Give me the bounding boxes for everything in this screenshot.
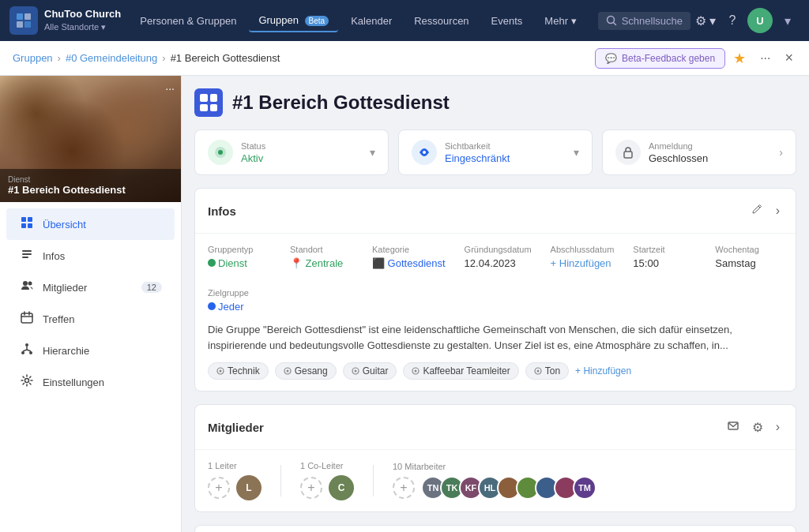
quick-search[interactable]: Schnellsuche	[598, 12, 690, 30]
mitglieder-title: Mitglieder	[208, 421, 724, 434]
svg-rect-11	[22, 257, 28, 258]
mitglieder-email-button[interactable]	[724, 416, 743, 438]
help-btn[interactable]: ?	[721, 9, 744, 32]
image-options-button[interactable]: ···	[165, 82, 175, 95]
add-mitarbeiter-button[interactable]: +	[393, 477, 415, 499]
infos-icon	[19, 248, 35, 264]
breadcrumb-sep-2: ›	[162, 52, 165, 64]
svg-point-16	[21, 351, 24, 354]
sichtbarkeit-card[interactable]: Sichtbarkeit Eingeschränkt ▾	[398, 129, 593, 175]
sidebar-item-einstellungen[interactable]: Einstellungen	[6, 366, 175, 398]
nav-events[interactable]: Events	[482, 10, 532, 32]
breadcrumb-gruppen[interactable]: Gruppen	[13, 52, 53, 64]
infos-table: Gruppentyp Dienst Standort 📍 Zentrale Ka…	[208, 245, 783, 313]
sichtbarkeit-label: Sichtbarkeit	[445, 141, 566, 151]
svg-point-24	[220, 370, 222, 373]
account-dropdown-btn[interactable]: ▾	[776, 9, 800, 32]
svg-rect-5	[21, 217, 26, 222]
app-logo[interactable]: ChuToo Church Alle Standorte ▾	[9, 6, 121, 35]
anmeldung-value: Geschlossen	[649, 152, 771, 164]
mitglieder-row: 1 Leiter + L 1 Co-Leiter + C	[208, 461, 783, 500]
tag-ton[interactable]: Ton	[525, 362, 569, 380]
anmeldung-card[interactable]: Anmeldung Geschlossen ›	[602, 129, 796, 175]
gruppentyp-col: Gruppentyp Dienst	[208, 245, 271, 269]
sidebar-item-infos[interactable]: Infos	[6, 240, 175, 272]
group-image-overlay: Dienst #1 Bereich Gottesdienst	[0, 169, 181, 202]
sidebar-item-hierarchie[interactable]: Hierarchie	[6, 335, 175, 366]
wochentag-value: Samstag	[715, 257, 778, 269]
abschluss-add-button[interactable]: + Hinzufügen	[551, 257, 615, 269]
top-navigation: ChuToo Church Alle Standorte ▾ Personen …	[0, 0, 809, 41]
nav-mehr[interactable]: Mehr ▾	[535, 10, 585, 32]
status-card[interactable]: Status Aktiv ▾	[194, 129, 389, 175]
svg-point-21	[423, 151, 426, 154]
mitglieder-section: Mitglieder ⚙ › 1 Leiter + L	[194, 404, 796, 512]
avatar-tm: TM	[573, 476, 596, 500]
svg-rect-8	[28, 223, 32, 228]
zielgruppe-value: Jeder	[208, 301, 271, 313]
nav-ressourcen[interactable]: Ressourcen	[404, 10, 478, 32]
status-value: Aktiv	[241, 152, 362, 164]
treffen-section: Treffen 6 Treffen ‹ › +	[194, 525, 796, 532]
mitglieder-section-header: Mitglieder ⚙ ›	[195, 405, 796, 450]
sichtbarkeit-chevron-icon: ▾	[574, 146, 579, 159]
mitarbeiter-group: 10 Mitarbeiter + TN TK KF HL	[393, 462, 596, 500]
nav-kalender[interactable]: Kalender	[341, 10, 401, 32]
add-co-leiter-button[interactable]: +	[300, 477, 322, 499]
wochentag-col: Wochentag Samstag	[715, 245, 778, 269]
breadcrumb-gemeindeleitung[interactable]: #0 Gemeindeleitung	[66, 52, 157, 64]
tag-gesang[interactable]: Gesang	[275, 362, 337, 380]
mitglieder-divider-1	[280, 465, 281, 496]
user-avatar[interactable]: U	[747, 8, 773, 33]
tag-technik[interactable]: Technik	[208, 362, 269, 380]
group-image: Dienst #1 Bereich Gottesdienst ···	[0, 76, 181, 202]
search-placeholder: Schnellsuche	[622, 15, 683, 27]
mitglieder-settings-button[interactable]: ⚙	[749, 417, 766, 438]
startzeit-col: Startzeit 15:00	[633, 245, 696, 269]
status-label: Status	[241, 141, 362, 151]
svg-point-18	[25, 379, 29, 383]
more-options-button[interactable]: ···	[754, 48, 777, 69]
zielgruppe-col: Zielgruppe Jeder	[208, 288, 271, 313]
anmeldung-icon	[615, 140, 641, 165]
svg-point-26	[286, 370, 288, 373]
sidebar-item-mitglieder[interactable]: Mitglieder 12	[6, 272, 175, 303]
tag-guitar[interactable]: Guitar	[343, 362, 397, 380]
sidebar-item-treffen[interactable]: Treffen	[6, 303, 175, 335]
svg-point-20	[218, 150, 223, 155]
sichtbarkeit-icon	[412, 140, 437, 165]
svg-rect-1	[24, 13, 31, 20]
sidebar-item-ubersicht[interactable]: Übersicht	[6, 208, 175, 240]
tools-btn[interactable]: ⚙ ▾	[694, 9, 717, 32]
infos-expand-button[interactable]: ›	[773, 200, 783, 221]
mitglieder-count-badge: 12	[141, 282, 162, 293]
infos-edit-button[interactable]	[747, 200, 766, 222]
co-leiter-avatar: C	[329, 475, 354, 500]
mitglieder-divider-2	[373, 465, 374, 496]
mitglieder-expand-button[interactable]: ›	[773, 417, 783, 437]
svg-point-17	[29, 351, 32, 354]
tag-kaffeebar-teamleiter[interactable]: Kaffeebar Teamleiter	[403, 362, 518, 380]
favorite-button[interactable]: ★	[730, 47, 749, 70]
svg-point-12	[23, 281, 28, 286]
hierarchie-icon	[19, 343, 35, 358]
breadcrumb-sep-1: ›	[58, 52, 61, 64]
nav-gruppen[interactable]: Gruppen Beta	[249, 9, 338, 32]
einstellungen-icon	[19, 374, 35, 390]
kategorie-col: Kategorie ⬛ Gottesdienst	[372, 245, 446, 269]
kategorie-value: ⬛ Gottesdienst	[372, 257, 446, 269]
anmeldung-chevron-icon: ›	[779, 146, 783, 159]
group-header: #1 Bereich Gottesdienst	[194, 88, 796, 117]
beta-feedback-button[interactable]: 💬 Beta-Feedback geben	[595, 48, 725, 69]
logo-icon	[9, 6, 38, 35]
svg-rect-3	[24, 21, 31, 28]
close-button[interactable]: ×	[781, 47, 796, 69]
mitglieder-body: 1 Leiter + L 1 Co-Leiter + C	[195, 450, 796, 511]
co-leiter-label: 1 Co-Leiter	[300, 461, 354, 470]
nav-personen-gruppen[interactable]: Personen & Gruppen	[130, 10, 246, 32]
infos-section-header: Infos ›	[195, 189, 796, 234]
anmeldung-label: Anmeldung	[649, 141, 771, 151]
add-leiter-button[interactable]: +	[208, 477, 230, 499]
svg-point-13	[28, 282, 32, 286]
tag-add-button[interactable]: + Hinzufügen	[575, 365, 631, 377]
